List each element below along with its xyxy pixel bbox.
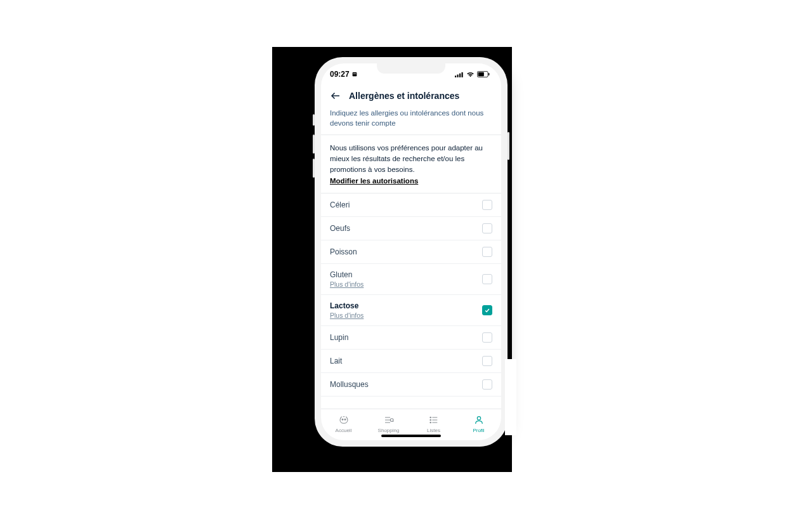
allergen-row[interactable]: LactosePlus d'infos <box>321 295 501 326</box>
shopping-icon <box>384 415 394 426</box>
allergen-row[interactable]: Lait <box>321 350 501 373</box>
backdrop-panel: 09:27 Allergènes et intolérances Indique… <box>272 47 512 472</box>
allergen-checkbox[interactable] <box>482 356 492 366</box>
allergen-label: Poisson <box>330 247 357 256</box>
allergen-row[interactable]: Céleri <box>321 193 501 217</box>
allergen-row[interactable]: Oeufs <box>321 217 501 240</box>
svg-point-18 <box>430 419 431 420</box>
allergen-label: Lait <box>330 357 342 365</box>
page-title: Allergènes et intolérances <box>349 91 459 101</box>
back-button[interactable] <box>329 89 343 103</box>
arrow-left-icon <box>330 90 341 102</box>
battery-icon <box>477 71 490 77</box>
preferences-block: Nous utilisons vos préférences pour adap… <box>321 134 501 193</box>
check-icon <box>484 307 490 313</box>
modify-permissions-link[interactable]: Modifier les autorisations <box>330 176 418 187</box>
phone-screen: 09:27 Allergènes et intolérances Indique… <box>321 63 501 440</box>
tab-label: Listes <box>427 428 440 433</box>
svg-point-17 <box>430 417 431 417</box>
svg-rect-5 <box>462 72 463 77</box>
allergen-checkbox[interactable] <box>482 332 492 343</box>
allergen-checkbox[interactable] <box>482 223 492 233</box>
tab-label: Shopping <box>378 428 400 433</box>
tab-profil[interactable]: Profil <box>456 415 501 433</box>
svg-line-16 <box>393 421 393 422</box>
svg-point-11 <box>344 419 346 420</box>
allergen-list: CéleriOeufsPoissonGlutenPlus d'infosLact… <box>321 193 501 409</box>
light-edge <box>505 359 516 435</box>
allergen-label: Oeufs <box>330 224 350 233</box>
svg-rect-1 <box>353 74 356 74</box>
svg-rect-4 <box>459 73 461 77</box>
allergen-checkbox[interactable] <box>482 247 492 257</box>
tab-listes[interactable]: Listes <box>411 415 456 433</box>
allergen-label: Lupin <box>330 333 348 342</box>
phone-volume-up <box>313 134 315 154</box>
tab-label: Profil <box>473 428 484 433</box>
allergen-row[interactable]: Poisson <box>321 240 501 264</box>
wifi-icon <box>466 72 475 77</box>
svg-point-23 <box>477 417 480 420</box>
allergen-checkbox[interactable] <box>482 274 492 284</box>
allergen-checkbox[interactable] <box>482 305 492 315</box>
allergen-checkbox[interactable] <box>482 379 492 390</box>
status-time: 09:27 <box>330 70 350 79</box>
svg-rect-2 <box>455 75 456 77</box>
svg-point-15 <box>390 419 393 422</box>
profil-icon <box>474 415 484 426</box>
more-info-link[interactable]: Plus d'infos <box>330 280 363 288</box>
allergen-label: Céleri <box>330 200 350 209</box>
allergen-checkbox[interactable] <box>482 200 492 210</box>
tab-accueil[interactable]: Accueil <box>321 415 366 433</box>
more-info-link[interactable]: Plus d'infos <box>330 312 363 319</box>
calendar-icon <box>351 71 358 77</box>
preferences-text: Nous utilisons vos préférences pour adap… <box>330 143 492 174</box>
allergen-label: Gluten <box>330 270 363 279</box>
accueil-icon <box>339 415 349 426</box>
svg-rect-3 <box>457 74 459 77</box>
listes-icon <box>429 415 439 426</box>
page-subtitle: Indiquez les allergies ou intolérances d… <box>321 107 501 134</box>
allergen-row[interactable]: Lupin <box>321 326 501 350</box>
svg-rect-0 <box>352 72 357 76</box>
phone-volume-down <box>313 159 315 178</box>
svg-rect-8 <box>488 73 490 75</box>
notch <box>377 63 445 74</box>
phone-mute-switch <box>313 114 315 126</box>
allergen-row[interactable]: GlutenPlus d'infos <box>321 264 501 295</box>
tab-label: Accueil <box>336 428 352 433</box>
home-indicator <box>381 435 441 437</box>
cellular-icon <box>455 72 464 77</box>
svg-point-19 <box>430 422 431 423</box>
svg-point-10 <box>342 419 343 420</box>
header: Allergènes et intolérances <box>321 85 501 107</box>
phone-power-button <box>508 132 509 160</box>
allergen-label: Lactose <box>330 301 363 310</box>
tab-shopping[interactable]: Shopping <box>366 415 411 433</box>
allergen-row[interactable]: Mollusques <box>321 373 501 397</box>
allergen-label: Mollusques <box>330 380 369 389</box>
phone-frame: 09:27 Allergènes et intolérances Indique… <box>315 57 508 447</box>
svg-rect-7 <box>478 72 484 77</box>
